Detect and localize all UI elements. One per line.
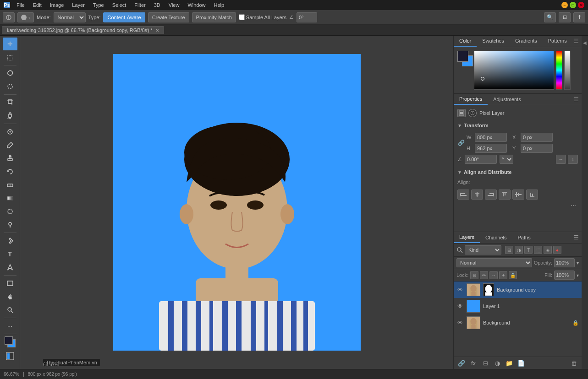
blend-mode-select[interactable]: Normal [456,258,532,267]
tab-adjustments[interactable]: Adjustments [488,94,527,104]
foreground-color-swatch[interactable] [5,336,13,345]
layers-panel-options[interactable]: ☰ [574,234,582,241]
color-foreground-swatch[interactable] [457,51,468,62]
brush-tool[interactable] [3,139,17,152]
delete-layer-btn[interactable]: 🗑 [569,358,579,368]
menu-layer[interactable]: Layer [68,1,88,9]
menu-file[interactable]: File [13,1,28,9]
align-hcenter-btn[interactable] [471,190,483,200]
hand-tool[interactable] [3,290,17,303]
healing-brush-tool[interactable] [3,125,17,138]
tool-preset-picker[interactable] [3,12,15,22]
search-btn[interactable]: 🔍 [544,12,556,22]
color-cursor[interactable] [481,77,484,81]
tab-close-icon[interactable]: ✕ [155,28,159,33]
path-selection-tool[interactable] [3,261,17,274]
menu-window[interactable]: Window [184,1,209,9]
tab-layers[interactable]: Layers [454,232,480,243]
y-input[interactable] [521,144,553,153]
blur-tool[interactable] [3,205,17,218]
layer-row-background-copy[interactable]: 👁 [454,282,582,298]
layer-kind-select[interactable]: Kind [465,245,501,254]
tab-paths[interactable]: Paths [512,233,536,243]
close-button[interactable]: ✕ [578,2,584,8]
mode-select[interactable]: Normal Darken Lighten [54,12,86,22]
minimize-button[interactable]: – [561,2,568,8]
dodge-tool[interactable] [3,218,17,231]
fill-dropdown-arrow[interactable]: ▾ [577,273,579,278]
align-left-btn[interactable] [457,190,469,200]
x-input[interactable] [521,133,553,142]
group-layers-btn[interactable]: 📁 [504,358,514,368]
adjustment-layer-btn[interactable]: ◑ [492,358,502,368]
layer-visibility-layer1[interactable]: 👁 [456,303,464,310]
menu-help[interactable]: Help [210,1,228,9]
lasso-tool[interactable] [3,67,17,80]
new-layer-btn[interactable]: 📄 [516,358,526,368]
share-btn[interactable]: ⬆ [573,12,585,22]
lock-transparent-btn[interactable]: ⊟ [470,271,478,279]
add-mask-btn[interactable]: ⊟ [480,358,490,368]
hue-slider[interactable] [556,51,562,90]
crop-tool[interactable] [3,96,17,109]
color-gradient-picker[interactable] [474,51,554,90]
filter-shape-icon[interactable]: ⬚ [534,246,542,254]
document-tab[interactable]: kamiwedding-316252.jpg @ 66.7% (Backgrou… [2,26,164,34]
align-right-btn[interactable] [485,190,497,200]
flip-horizontal-btn[interactable]: ↔ [556,155,566,164]
quick-mask-btn[interactable] [3,350,17,363]
zoom-tool[interactable] [3,303,17,316]
menu-filter[interactable]: Filter [131,1,149,9]
menu-image[interactable]: Image [46,1,68,9]
height-input[interactable] [475,144,507,153]
eyedropper-tool[interactable] [3,109,17,122]
tab-patterns[interactable]: Patterns [543,36,572,47]
lock-artboard-btn[interactable]: ↔ [489,271,498,279]
angle-transform-input[interactable] [465,155,497,164]
filter-adjust-icon[interactable]: ◑ [515,246,523,254]
align-bottom-btn[interactable] [526,190,538,200]
layer-visibility-background[interactable]: 👁 [456,319,464,326]
tab-properties[interactable]: Properties [454,94,488,105]
layer-effects-btn[interactable]: fx [468,358,478,368]
angle-input[interactable] [297,12,317,22]
proximity-match-btn[interactable]: Proximity Match [192,12,236,22]
lock-position-btn[interactable]: + [499,271,507,279]
opacity-input[interactable] [554,258,575,267]
lock-image-btn[interactable]: ✏ [480,271,488,279]
brush-size-btn[interactable]: 7 [17,12,34,22]
tab-color[interactable]: Color [454,36,477,47]
alpha-slider[interactable] [564,51,571,90]
more-options-btn[interactable]: ··· [571,201,578,209]
right-panel-collapse[interactable]: ◀ [582,36,588,369]
opacity-dropdown-arrow[interactable]: ▾ [577,260,579,265]
content-aware-btn[interactable]: Content-Aware [103,12,145,22]
extra-tools[interactable]: ··· [3,319,17,332]
color-fg-bg-swatch[interactable] [457,51,474,67]
link-layers-btn[interactable]: 🔗 [456,358,467,368]
chain-icon[interactable]: 🔗 [457,135,465,150]
eraser-tool[interactable] [3,179,17,191]
history-brush-tool[interactable] [3,165,17,178]
text-tool[interactable]: T [3,248,17,260]
quick-selection-tool[interactable] [3,80,17,93]
create-texture-btn[interactable]: Create Texture [148,12,189,22]
align-vcenter-btn[interactable] [512,190,524,200]
filter-text-icon[interactable]: T [524,246,533,254]
layer-row-background[interactable]: 👁 Background 🔒 [454,314,582,331]
maximize-button[interactable]: □ [570,2,576,8]
move-tool[interactable]: ✛ [3,38,17,50]
stamp-tool[interactable] [3,152,17,165]
menu-view[interactable]: View [165,1,183,9]
layer-row-layer1[interactable]: 👁 Layer 1 [454,298,582,314]
align-section-header[interactable]: ▼ Align and Distribute [457,168,578,177]
filter-pixel-icon[interactable]: ⊟ [505,246,513,254]
tab-gradients[interactable]: Gradients [510,36,543,47]
pen-tool[interactable] [3,234,17,247]
width-input[interactable] [475,133,507,142]
angle-unit-select[interactable]: ° [500,155,513,164]
filter-toggle-icon[interactable]: ● [553,246,561,254]
color-panel-options[interactable]: ☰ [574,36,582,47]
fg-bg-color-indicator[interactable] [4,336,16,348]
tab-swatches[interactable]: Swatches [477,36,510,47]
